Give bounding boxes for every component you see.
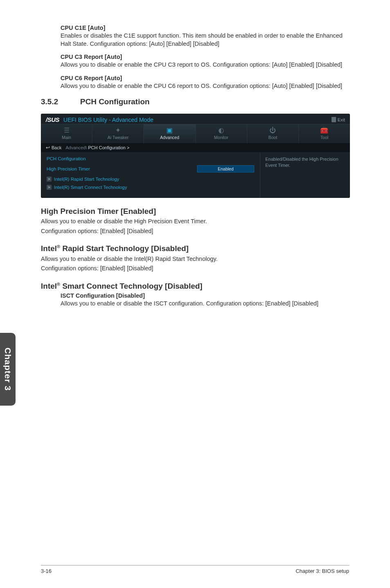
back-arrow-icon: ↩ [46, 145, 50, 150]
power-icon: ⏻ [247, 127, 298, 134]
page-number: 3-16 [41, 568, 52, 574]
page-footer: 3-16 Chapter 3: BIOS setup [41, 565, 349, 574]
rapid-start-link[interactable]: > Intel(R) Rapid Start Technology [47, 177, 254, 182]
hpt-line2: Configuration options: [Enabled] [Disabl… [41, 227, 349, 236]
hpt-value[interactable]: Enabled [197, 165, 254, 173]
cpu-c6-title: CPU C6 Report [Auto] [61, 75, 349, 81]
bios-utility-title: UEFI BIOS Utility - Advanced Mode [63, 117, 153, 123]
smart-connect-link[interactable]: > Intel(R) Smart Connect Technology [47, 185, 254, 190]
chapter-side-tab: Chapter 3 [0, 333, 16, 406]
rapid-line1: Allows you to enable or disable the Inte… [41, 255, 349, 263]
chip-icon: ▣ [144, 127, 195, 134]
gauge-icon: ◐ [196, 127, 247, 134]
exit-button[interactable]: Exit [332, 117, 345, 122]
tweaker-icon: ✦ [92, 127, 143, 134]
cpu-c3-title: CPU C3 Report [Auto] [61, 54, 349, 60]
high-precision-timer-row[interactable]: High Precision Timer Enabled [47, 165, 254, 173]
section-number: 3.5.2 [41, 97, 80, 106]
tab-advanced[interactable]: ▣ Advanced [144, 124, 195, 143]
exit-label: Exit [338, 117, 345, 122]
section-title: PCH Configuration [80, 97, 150, 106]
breadcrumb: ↩ Back Advanced\ PCH Configuration > [41, 143, 350, 152]
smart-heading: Intel® Smart Connect Technology [Disable… [41, 282, 349, 291]
back-button[interactable]: ↩ Back [46, 145, 61, 150]
cpu-c1e-title: CPU C1E [Auto] [61, 25, 349, 31]
hpt-label: High Precision Timer [47, 166, 90, 171]
rapid-line2: Configuration options: [Enabled] [Disabl… [41, 265, 349, 273]
tab-tool[interactable]: 🧰 Tool [299, 124, 350, 143]
cpu-c6-body: Allows you to disable or enable the CPU … [61, 82, 349, 90]
pch-config-header: PCH Configuration [47, 156, 254, 161]
hpt-line1: Allows you to enable or disable the High… [41, 218, 349, 226]
chapter-label: Chapter 3: BIOS setup [296, 568, 349, 574]
cpu-c1e-body: Enables or disables the C1E support func… [61, 32, 349, 48]
isct-sub-title: ISCT Configuration [Disabled] [61, 292, 349, 299]
hpt-heading: High Precision Timer [Enabled] [41, 207, 349, 216]
exit-icon [332, 117, 336, 122]
tab-monitor[interactable]: ◐ Monitor [196, 124, 247, 143]
rapid-heading: Intel® Rapid Start Technology [Disabled] [41, 244, 349, 253]
bios-logo: /SUS [46, 116, 59, 123]
isct-sub-body: Allows you to enable or disable the ISCT… [61, 300, 349, 308]
tab-ai-tweaker[interactable]: ✦ Ai Tweaker [92, 124, 144, 143]
list-icon: ☰ [41, 127, 92, 134]
chevron-right-icon: > [47, 177, 52, 182]
toolbox-icon: 🧰 [299, 127, 350, 134]
tab-boot[interactable]: ⏻ Boot [247, 124, 299, 143]
help-panel: Enabled/Disabled the High Precision Even… [260, 152, 350, 198]
chevron-right-icon: > [47, 185, 52, 190]
tab-main[interactable]: ☰ Main [41, 124, 92, 143]
bios-screenshot: /SUS UEFI BIOS Utility - Advanced Mode E… [41, 114, 350, 198]
breadcrumb-path: Advanced\ PCH Configuration > [65, 145, 129, 150]
cpu-c3-body: Allows you to disable or enable the CPU … [61, 61, 349, 69]
